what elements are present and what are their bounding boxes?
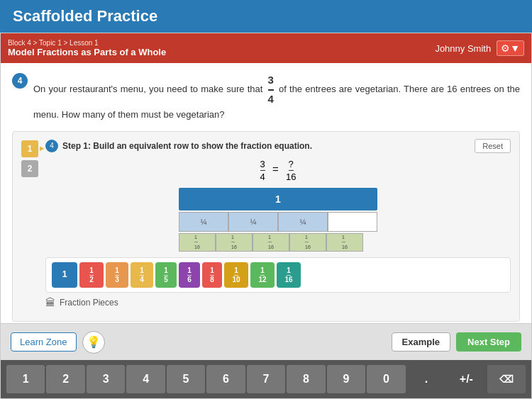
bottom-bar: Learn Zone 💡 Example Next Step	[1, 323, 531, 360]
key-5[interactable]: 5	[167, 365, 205, 393]
learn-zone-button[interactable]: Learn Zone	[11, 332, 77, 352]
quarter-1: ¼	[179, 212, 228, 232]
key-decimal[interactable]: .	[407, 365, 445, 393]
content-area: 4 On your restaurant's menu, you need to…	[1, 63, 531, 323]
lesson-title: Model Fractions as Parts of a Whole	[8, 47, 166, 57]
step-panel: 1 2 4 Step 1: Build an equivalent row to…	[21, 139, 511, 308]
piece-1-10[interactable]: 110	[224, 262, 248, 288]
bottom-right: Example Next Step	[392, 332, 521, 352]
fraction-bars: 1 ¼ ¼ ¼ 1─16 1─16	[179, 188, 377, 252]
piece-1-3[interactable]: 13	[106, 262, 128, 288]
quarter-3: ¼	[278, 212, 328, 232]
key-0[interactable]: 0	[367, 365, 405, 393]
key-1[interactable]: 1	[6, 365, 45, 393]
key-3[interactable]: 3	[87, 365, 125, 393]
step-sidebar: 1 2	[21, 140, 38, 308]
reset-button[interactable]: Reset	[475, 139, 511, 153]
breadcrumb: Block 4 > Topic 1 > Lesson 1	[8, 39, 166, 47]
hint-button[interactable]: 💡	[82, 331, 105, 354]
app-topbar: Block 4 > Topic 1 > Lesson 1 Model Fract…	[1, 33, 531, 63]
key-6[interactable]: 6	[206, 365, 245, 393]
piece-1[interactable]: 1	[52, 262, 77, 288]
sixteenth-bar-row: 1─16 1─16 1─16 1─16 1─16	[179, 233, 377, 252]
key-8[interactable]: 8	[287, 365, 325, 393]
main-title: Scaffolded Practice	[13, 7, 157, 26]
piece-1-5[interactable]: 15	[155, 262, 177, 288]
step-container: 1 2 4 Step 1: Build an equivalent row to…	[12, 131, 520, 322]
piece-1-4[interactable]: 14	[131, 262, 153, 288]
step-2-button[interactable]: 2	[21, 160, 38, 177]
step-icon: 4	[45, 140, 58, 152]
example-button[interactable]: Example	[392, 332, 450, 352]
step-title-area: 4 Step 1: Build an equivalent row to sho…	[45, 140, 312, 152]
step-title: Step 1: Build an equivalent row to show …	[62, 141, 312, 151]
sixteenth-1: 1─16	[179, 233, 216, 252]
next-step-button[interactable]: Next Step	[456, 332, 521, 352]
step-1-button[interactable]: 1	[21, 140, 38, 157]
app-container: Block 4 > Topic 1 > Lesson 1 Model Fract…	[0, 33, 532, 399]
sixteenth-3: 1─16	[253, 233, 289, 252]
key-9[interactable]: 9	[327, 365, 365, 393]
whole-bar: 1	[179, 188, 377, 210]
question-area: 4 On your restaurant's menu, you need to…	[12, 72, 520, 123]
piece-1-2[interactable]: 12	[79, 262, 104, 288]
sixteenth-2: 1─16	[216, 233, 253, 252]
key-2[interactable]: 2	[46, 365, 84, 393]
piece-1-8[interactable]: 18	[202, 262, 222, 288]
topbar-right: Johnny Smith ⚙▼	[435, 40, 524, 56]
question-number-badge: 4	[12, 73, 28, 89]
key-4[interactable]: 4	[126, 365, 165, 393]
left-fraction: 3 4	[260, 159, 265, 182]
right-fraction: ? 16	[286, 159, 296, 182]
key-7[interactable]: 7	[247, 365, 285, 393]
settings-icon[interactable]: ⚙▼	[497, 40, 524, 56]
topbar-left: Block 4 > Topic 1 > Lesson 1 Model Fract…	[8, 39, 166, 57]
key-backspace[interactable]: ⌫	[487, 365, 526, 393]
keyboard: 1 2 3 4 5 6 7 8 9 0 . +/- ⌫	[1, 360, 531, 398]
step-main: 4 Step 1: Build an equivalent row to sho…	[45, 139, 511, 308]
piece-1-6[interactable]: 16	[179, 262, 200, 288]
whole-bar-row: 1	[179, 188, 377, 210]
fraction-equation: 3 4 = ? 16	[45, 159, 511, 182]
piece-1-16[interactable]: 116	[277, 262, 301, 288]
question-text: On your restaurant's menu, you need to m…	[33, 72, 520, 123]
user-name: Johnny Smith	[435, 43, 491, 54]
sixteenth-4: 1─16	[289, 233, 326, 252]
hint-icon: 💡	[87, 335, 101, 349]
quarter-4	[328, 212, 377, 232]
fraction-pieces-label: 🏛 Fraction Pieces	[45, 297, 511, 308]
quarter-2: ¼	[228, 212, 278, 232]
pieces-row: 1 12 13 14	[52, 262, 504, 288]
pieces-label-text: Fraction Pieces	[60, 298, 118, 308]
quarter-bar-row: ¼ ¼ ¼	[179, 212, 377, 232]
fraction-pieces-area: 1 12 13 14	[45, 257, 511, 293]
equals-sign: =	[272, 163, 279, 175]
key-plus-minus[interactable]: +/-	[447, 365, 485, 393]
main-header: Scaffolded Practice	[0, 0, 532, 33]
pieces-icon: 🏛	[45, 297, 55, 308]
piece-1-12[interactable]: 112	[250, 262, 275, 288]
sixteenth-5: 1─16	[326, 233, 363, 252]
step-header: 4 Step 1: Build an equivalent row to sho…	[45, 139, 511, 153]
bottom-left: Learn Zone 💡	[11, 331, 105, 354]
